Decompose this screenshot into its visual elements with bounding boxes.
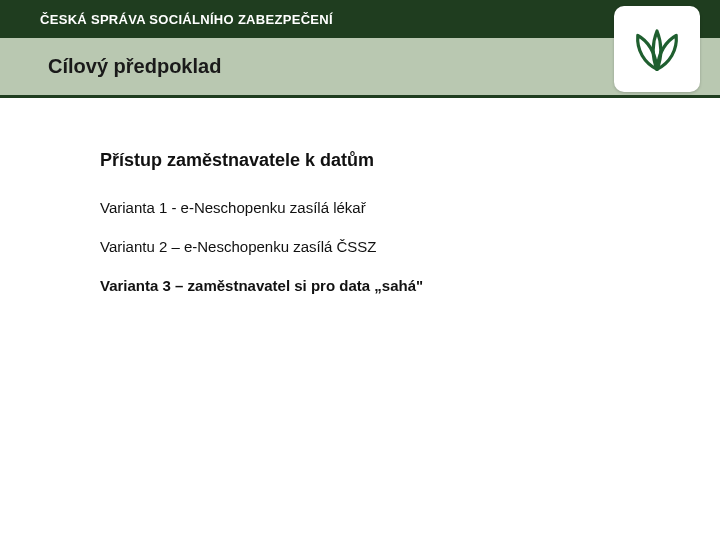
logo	[614, 6, 700, 92]
slide: ČESKÁ SPRÁVA SOCIÁLNÍHO ZABEZPEČENÍ Cílo…	[0, 0, 720, 540]
content-heading: Přístup zaměstnavatele k datům	[100, 150, 660, 171]
content-area: Přístup zaměstnavatele k datům Varianta …	[100, 150, 660, 314]
list-item: Variantu 2 – e-Neschopenku zasílá ČSSZ	[100, 236, 660, 257]
top-bar: ČESKÁ SPRÁVA SOCIÁLNÍHO ZABEZPEČENÍ	[0, 0, 720, 38]
subtitle-bar: Cílový předpoklad	[0, 38, 720, 98]
list-item: Varianta 1 - e-Neschopenku zasílá lékař	[100, 197, 660, 218]
list-item: Varianta 3 – zaměstnavatel si pro data „…	[100, 275, 660, 296]
page-subtitle: Cílový předpoklad	[48, 55, 221, 78]
lotus-icon	[625, 15, 689, 83]
org-name: ČESKÁ SPRÁVA SOCIÁLNÍHO ZABEZPEČENÍ	[40, 12, 333, 27]
